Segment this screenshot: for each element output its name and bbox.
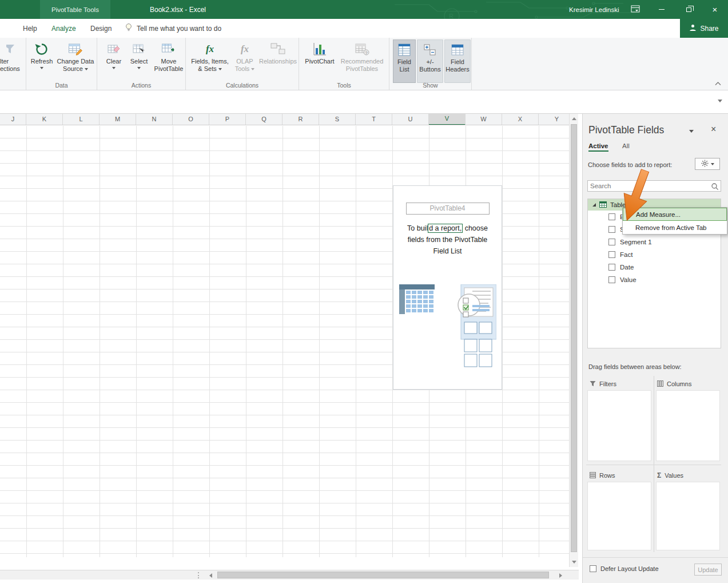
change-data-source-button[interactable]: Change Data Source — [55, 39, 96, 83]
column-header-o[interactable]: O — [173, 114, 209, 125]
column-header-l[interactable]: L — [63, 114, 100, 125]
area-label-text: Values — [665, 472, 683, 479]
button-label: PivotTable — [154, 65, 184, 73]
column-header-x[interactable]: X — [502, 114, 539, 125]
field-list-toggle-button[interactable]: Field List — [393, 39, 416, 83]
filters-area-label: Filters — [590, 378, 616, 390]
expand-triangle-icon[interactable] — [592, 203, 596, 207]
group-label-calculations[interactable]: Calculations — [186, 82, 299, 89]
collapse-ribbon-icon[interactable] — [715, 80, 721, 86]
change-data-source-icon — [68, 41, 83, 58]
field-checkbox[interactable] — [608, 226, 615, 233]
refresh-button[interactable]: Refresh — [30, 39, 54, 83]
funnel-icon — [590, 380, 596, 388]
button-label: Headers — [445, 66, 470, 73]
columns-icon — [657, 380, 663, 388]
vertical-scrollbar[interactable] — [569, 114, 578, 567]
column-header-q[interactable]: Q — [246, 114, 283, 125]
group-label-data[interactable]: Data — [26, 82, 97, 89]
formula-bar[interactable] — [0, 90, 728, 114]
dropdown-caret-icon — [112, 67, 116, 69]
move-pivottable-button[interactable]: Move PivotTable — [152, 39, 185, 83]
refresh-icon — [34, 41, 49, 58]
column-header-j[interactable]: J — [0, 114, 26, 125]
vertical-scroll-thumb[interactable] — [571, 124, 577, 552]
tab-design[interactable]: Design — [82, 19, 120, 38]
field-row-segment-1[interactable]: Segment 1 — [588, 236, 721, 248]
filter-connections-icon — [6, 41, 19, 58]
column-header-s[interactable]: S — [319, 114, 356, 125]
field-row-value[interactable]: Value — [588, 273, 721, 286]
sheet-tabs-splitter-grip[interactable] — [198, 572, 200, 578]
ribbon-display-options-icon[interactable] — [631, 5, 641, 13]
defer-checkbox[interactable] — [590, 565, 596, 572]
field-headers-toggle-button[interactable]: Field Headers — [444, 39, 471, 83]
column-header-p[interactable]: P — [209, 114, 246, 125]
ribbon: lter ections Refresh Change Data Source … — [0, 38, 728, 90]
olap-tools-button[interactable]: fx OLAP Tools — [232, 39, 258, 83]
pivotchart-button[interactable]: PivotChart — [303, 39, 337, 83]
account-name[interactable]: Kresimir Ledinski — [569, 0, 619, 19]
defer-layout-update[interactable]: Defer Layout Update — [590, 565, 659, 572]
minimize-button[interactable] — [649, 0, 675, 19]
close-button[interactable]: × — [702, 0, 728, 19]
tools-gear-button[interactable] — [695, 158, 720, 170]
column-header-m[interactable]: M — [100, 114, 136, 125]
field-label: Segment 1 — [620, 239, 652, 245]
group-label-tools[interactable]: Tools — [299, 82, 389, 89]
scroll-up-icon[interactable] — [572, 117, 576, 120]
pane-options-caret-icon[interactable] — [689, 130, 694, 133]
values-drop-area[interactable] — [656, 482, 720, 550]
field-checkbox[interactable] — [608, 213, 615, 220]
pane-close-icon[interactable]: × — [711, 124, 716, 134]
restore-button[interactable] — [675, 0, 702, 19]
column-header-k[interactable]: K — [26, 114, 63, 125]
svg-text:?: ? — [365, 50, 367, 55]
relationships-button[interactable]: Relationships — [259, 39, 297, 83]
field-checkbox[interactable] — [608, 276, 615, 283]
tab-label: Help — [23, 25, 37, 33]
clear-button[interactable]: Clear — [102, 39, 126, 83]
columns-drop-area[interactable] — [656, 390, 720, 461]
group-label-show[interactable]: Show — [389, 82, 471, 89]
column-header-y[interactable]: Y — [539, 114, 569, 125]
recommended-pivottables-button[interactable]: ? Recommended PivotTables — [337, 39, 387, 83]
pane-tab-all[interactable]: All — [622, 142, 630, 149]
column-header-u[interactable]: U — [392, 114, 429, 125]
field-checkbox[interactable] — [608, 251, 615, 258]
scroll-left-icon[interactable] — [209, 573, 212, 578]
cell-grid[interactable]: PivotTable4 To build a report, choose fi… — [0, 126, 569, 557]
field-row-fact[interactable]: Fact — [588, 248, 721, 261]
share-button[interactable]: Share — [680, 19, 728, 38]
rows-drop-area[interactable] — [587, 482, 651, 550]
field-checkbox[interactable] — [608, 239, 615, 245]
plus-minus-buttons-toggle-button[interactable]: +/- Buttons — [417, 39, 443, 83]
empty-pivottable-placeholder[interactable]: PivotTable4 To build a report, choose fi… — [393, 185, 502, 390]
column-header-w[interactable]: W — [466, 114, 502, 125]
filter-connections-button-cutoff[interactable]: lter ections — [0, 39, 25, 83]
tell-me-box[interactable]: Tell me what you want to do — [125, 19, 221, 38]
select-button[interactable]: Select — [127, 39, 151, 83]
column-header-v-selected[interactable]: V — [429, 114, 466, 125]
column-header-r[interactable]: R — [283, 114, 319, 125]
filters-drop-area[interactable] — [587, 390, 651, 461]
button-label: Recommended — [341, 58, 384, 65]
pane-tab-active[interactable]: Active — [588, 142, 608, 152]
formula-bar-expand-icon[interactable] — [718, 100, 722, 102]
scroll-right-icon[interactable] — [559, 573, 562, 578]
field-row-date[interactable]: Date — [588, 261, 721, 273]
contextual-tab-pivottable-tools[interactable]: PivotTable Tools — [40, 0, 110, 19]
horizontal-scrollbar[interactable] — [0, 570, 579, 580]
search-icon[interactable] — [711, 183, 719, 192]
horizontal-scroll-thumb[interactable] — [217, 572, 549, 578]
group-label-actions[interactable]: Actions — [97, 82, 185, 89]
areas-vertical-divider — [654, 376, 654, 552]
field-checkbox[interactable] — [608, 264, 615, 271]
update-button[interactable]: Update — [694, 564, 722, 576]
fields-items-sets-button[interactable]: fx Fields, Items, & Sets — [189, 39, 230, 83]
tab-analyze[interactable]: Analyze — [43, 19, 84, 38]
column-header-t[interactable]: T — [356, 114, 392, 125]
column-header-n[interactable]: N — [136, 114, 173, 125]
tab-help[interactable]: Help — [15, 19, 45, 38]
scroll-down-icon[interactable] — [572, 561, 576, 564]
